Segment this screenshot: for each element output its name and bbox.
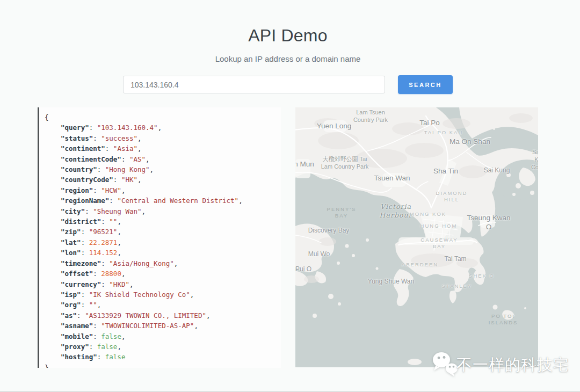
json-line-proxy: "proxy": false,: [45, 342, 276, 352]
json-line-mobile: "mobile": false,: [45, 331, 276, 342]
map-label: Victoria Harbour: [380, 202, 412, 219]
json-line-org: "org": "",: [45, 300, 276, 310]
json-line-as: "as": "AS133929 TWOWIN CO., LIMITED",: [45, 310, 276, 321]
json-response-panel: { "query": "103.143.160.4","status": "su…: [38, 107, 281, 368]
location-map[interactable]: Lam Tsuen Country ParkYuen LongTai PoTAI…: [295, 107, 538, 367]
json-close-brace: }: [45, 362, 276, 368]
map-label: Yung Shue Wan: [368, 278, 414, 286]
map-label: Sai Kung: [484, 166, 510, 175]
json-line-district: "district": "",: [45, 216, 276, 227]
json-line-countryCode: "countryCode": "HK",: [45, 175, 276, 185]
api-demo-page: API Demo Lookup an IP address or a domai…: [0, 0, 580, 392]
json-line-timezone: "timezone": "Asia/Hong_Kong",: [45, 258, 276, 268]
json-line-status: "status": "success",: [45, 133, 276, 143]
map-label: n Mun: [295, 160, 314, 169]
map-label: STANLEY: [442, 283, 473, 289]
json-line-region: "region": "HCW",: [45, 185, 276, 195]
map-label: SHEK O: [469, 273, 495, 279]
json-line-zip: "zip": "96521",: [45, 227, 276, 237]
json-body: "query": "103.143.160.4","status": "succ…: [45, 122, 276, 362]
map-label: HUNG HOM: [421, 223, 458, 229]
json-line-offset: "offset": 28800,: [45, 268, 276, 279]
page-subtitle: Lookup an IP address or a domain name: [0, 54, 576, 63]
map-label: Tai Tam: [444, 255, 466, 263]
json-line-query: "query": "103.143.160.4",: [45, 122, 276, 133]
page-title: API Demo: [0, 26, 576, 46]
map-label: Ma On Shan: [450, 137, 490, 147]
map-label: TAI PO KAU: [424, 129, 463, 136]
map-label: PO TOI ISLANDS: [489, 313, 518, 326]
search-input[interactable]: [123, 76, 385, 93]
map-label: PENNY'S BAY: [327, 206, 357, 219]
map-label: Tsuen Wan: [374, 174, 410, 183]
map-label: Tseung Kwan O: [464, 214, 513, 232]
map-label: DIAMOND HILL: [436, 190, 468, 203]
json-line-lon: "lon": 114.152,: [45, 248, 276, 258]
map-label: CAUSEWAY BAY: [421, 237, 458, 250]
json-line-regionName: "regionName": "Central and Western Distr…: [45, 195, 276, 206]
map-label: 大欖郊野公園 Tai Lam Country Park: [321, 156, 369, 171]
json-line-lat: "lat": 22.2871,: [45, 237, 276, 248]
json-open-brace: {: [45, 112, 276, 122]
map-label: Sai K Cou: [531, 149, 538, 171]
map-label: ABERDEEN: [402, 262, 438, 268]
map-label: Yuen Long: [317, 122, 352, 131]
json-line-city: "city": "Sheung Wan",: [45, 206, 276, 216]
map-label: Pui O: [295, 265, 311, 273]
map-label: Lam Tsuen Country Park: [353, 109, 388, 124]
map-label: MONG KOK: [410, 211, 446, 217]
map-label: Sha Tin: [433, 167, 458, 176]
json-line-continent: "continent": "Asia",: [45, 143, 276, 154]
map-labels: Lam Tsuen Country ParkYuen LongTai PoTAI…: [295, 107, 538, 367]
json-line-hosting: "hosting": false: [45, 352, 276, 362]
json-line-isp: "isp": "IK Shield Technology Co",: [45, 289, 276, 300]
json-line-asname: "asname": "TWOWINCOLIMITED-AS-AP",: [45, 321, 276, 331]
json-line-country: "country": "Hong Kong",: [45, 164, 276, 175]
search-button[interactable]: SEARCH: [398, 75, 453, 94]
map-label: Mui Wo: [308, 250, 330, 258]
map-label: Tai Po: [419, 119, 440, 128]
json-line-continentCode: "continentCode": "AS",: [45, 154, 276, 164]
json-line-currency: "currency": "HKD",: [45, 279, 276, 289]
map-label: Discovery Bay: [308, 227, 350, 235]
